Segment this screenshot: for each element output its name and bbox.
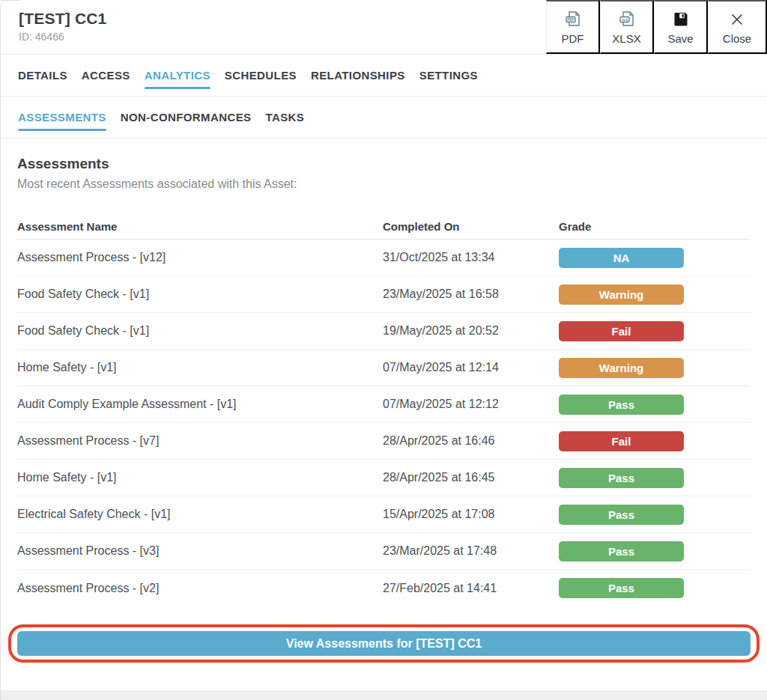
grade-cell: Fail bbox=[559, 431, 751, 451]
tab-relationships[interactable]: RELATIONSHIPS bbox=[311, 55, 405, 96]
save-button[interactable]: Save bbox=[654, 0, 708, 54]
grade-badge: Warning bbox=[559, 358, 684, 378]
close-x-icon bbox=[727, 9, 748, 30]
tab-analytics[interactable]: ANALYTICS bbox=[145, 55, 210, 96]
column-header-grade: Grade bbox=[559, 220, 751, 233]
completed-on-cell: 07/May/2025 at 12:12 bbox=[383, 398, 559, 411]
grade-badge: Fail bbox=[559, 431, 684, 451]
pdf-export-button[interactable]: PDF PDF bbox=[546, 0, 600, 54]
grade-badge: NA bbox=[559, 248, 684, 268]
annotation-highlight-ring: View Assessments for [TEST] CC1 bbox=[8, 624, 760, 663]
table-row: Home Safety - [v1] 28/Apr/2025 at 16:45 … bbox=[17, 460, 751, 496]
asset-modal: [TEST] CC1 ID: 46466 PDF PDF bbox=[0, 0, 767, 700]
assessments-panel: Assessments Most recent Assessments asso… bbox=[1, 156, 767, 606]
grade-cell: Pass bbox=[559, 505, 751, 525]
pdf-file-icon: PDF bbox=[563, 9, 583, 30]
table-row: Assessment Process - [v12] 31/Oct/2025 a… bbox=[17, 240, 751, 276]
grade-badge: Pass bbox=[559, 505, 684, 525]
xlsx-export-button[interactable]: XLS XLSX bbox=[600, 0, 654, 54]
main-tab-bar: DETAILS ACCESS ANALYTICS SCHEDULES RELAT… bbox=[1, 55, 767, 97]
assessment-name-cell: Home Safety - [v1] bbox=[17, 471, 383, 484]
grade-badge: Pass bbox=[559, 541, 684, 561]
completed-on-cell: 28/Apr/2025 at 16:46 bbox=[383, 434, 559, 448]
table-row: Food Safety Check - [v1] 19/May/2025 at … bbox=[17, 313, 751, 350]
tab-settings[interactable]: SETTINGS bbox=[419, 55, 478, 96]
page-title: [TEST] CC1 bbox=[19, 10, 107, 28]
completed-on-cell: 28/Apr/2025 at 16:45 bbox=[383, 471, 559, 484]
grade-cell: Fail bbox=[559, 321, 751, 341]
tab-schedules[interactable]: SCHEDULES bbox=[225, 55, 297, 96]
completed-on-cell: 23/May/2025 at 16:58 bbox=[383, 287, 559, 301]
section-title: Assessments bbox=[17, 156, 751, 172]
completed-on-cell: 23/Mar/2025 at 17:48 bbox=[383, 544, 559, 558]
floppy-disk-icon bbox=[670, 9, 691, 30]
xlsx-file-icon: XLS bbox=[616, 9, 637, 30]
completed-on-cell: 07/May/2025 at 12:14 bbox=[383, 361, 559, 374]
assessment-name-cell: Electrical Safety Check - [v1] bbox=[17, 508, 383, 521]
analytics-subtab-bar: ASSESSMENTS NON-CONFORMANCES TASKS bbox=[1, 97, 767, 139]
completed-on-cell: 15/Apr/2025 at 17:08 bbox=[383, 508, 559, 521]
assessment-name-cell: Assessment Process - [v2] bbox=[17, 582, 383, 595]
asset-id: ID: 46466 bbox=[19, 31, 107, 43]
tab-details[interactable]: DETAILS bbox=[18, 55, 67, 96]
table-row: Home Safety - [v1] 07/May/2025 at 12:14 … bbox=[17, 350, 751, 386]
completed-on-cell: 19/May/2025 at 20:52 bbox=[383, 324, 559, 338]
column-header-assessment-name: Assessment Name bbox=[17, 220, 383, 233]
title-block: [TEST] CC1 ID: 46466 bbox=[1, 0, 107, 54]
grade-badge: Warning bbox=[559, 284, 684, 305]
table-row: Audit Comply Example Assessment - [v1] 0… bbox=[17, 386, 751, 423]
column-header-completed-on: Completed On bbox=[383, 220, 559, 233]
subtab-tasks[interactable]: TASKS bbox=[266, 97, 305, 138]
pdf-button-label: PDF bbox=[562, 32, 584, 45]
grade-badge: Pass bbox=[559, 468, 684, 488]
table-row: Electrical Safety Check - [v1] 15/Apr/20… bbox=[17, 496, 751, 533]
assessment-name-cell: Audit Comply Example Assessment - [v1] bbox=[17, 398, 383, 411]
tab-access[interactable]: ACCESS bbox=[82, 55, 130, 96]
completed-on-cell: 31/Oct/2025 at 13:34 bbox=[383, 251, 559, 264]
assessment-name-cell: Assessment Process - [v3] bbox=[17, 544, 383, 558]
assessment-name-cell: Food Safety Check - [v1] bbox=[17, 324, 383, 338]
view-assessments-button[interactable]: View Assessments for [TEST] CC1 bbox=[17, 631, 751, 656]
assessment-name-cell: Home Safety - [v1] bbox=[17, 361, 383, 374]
subtab-non-conformances[interactable]: NON-CONFORMANCES bbox=[121, 97, 252, 138]
grade-cell: NA bbox=[559, 248, 751, 268]
footer-button-zone: View Assessments for [TEST] CC1 bbox=[1, 624, 767, 663]
svg-text:XLS: XLS bbox=[621, 18, 628, 22]
grade-cell: Pass bbox=[559, 395, 751, 415]
table-row: Assessment Process - [v2] 27/Feb/2025 at… bbox=[17, 570, 751, 606]
assessment-name-cell: Assessment Process - [v7] bbox=[17, 434, 383, 448]
grade-cell: Pass bbox=[559, 578, 751, 598]
close-button-label: Close bbox=[723, 32, 751, 45]
svg-text:PDF: PDF bbox=[567, 18, 574, 22]
assessment-name-cell: Assessment Process - [v12] bbox=[17, 251, 383, 264]
close-button[interactable]: Close bbox=[708, 0, 767, 54]
xlsx-button-label: XLSX bbox=[612, 32, 640, 45]
grade-badge: Pass bbox=[559, 578, 684, 598]
grade-cell: Warning bbox=[559, 284, 751, 305]
page-background-strip bbox=[1, 690, 767, 700]
grade-badge: Fail bbox=[559, 321, 684, 341]
grade-cell: Warning bbox=[559, 358, 751, 378]
grade-badge: Pass bbox=[559, 395, 684, 415]
subtab-assessments[interactable]: ASSESSMENTS bbox=[18, 97, 106, 138]
header-actions: PDF PDF XLS XLSX bbox=[546, 0, 767, 54]
table-row: Assessment Process - [v7] 28/Apr/2025 at… bbox=[17, 423, 751, 460]
assessment-name-cell: Food Safety Check - [v1] bbox=[17, 287, 383, 301]
table-row: Food Safety Check - [v1] 23/May/2025 at … bbox=[17, 276, 751, 313]
table-header-row: Assessment Name Completed On Grade bbox=[17, 214, 751, 240]
assessments-table: Assessment Name Completed On Grade Asses… bbox=[17, 214, 751, 606]
section-subtitle: Most recent Assessments associated with … bbox=[17, 177, 751, 191]
table-body: Assessment Process - [v12] 31/Oct/2025 a… bbox=[17, 240, 751, 606]
modal-header: [TEST] CC1 ID: 46466 PDF PDF bbox=[1, 0, 767, 55]
completed-on-cell: 27/Feb/2025 at 14:41 bbox=[383, 582, 559, 595]
table-row: Assessment Process - [v3] 23/Mar/2025 at… bbox=[17, 533, 751, 570]
grade-cell: Pass bbox=[559, 541, 751, 561]
save-button-label: Save bbox=[667, 32, 693, 45]
grade-cell: Pass bbox=[559, 468, 751, 488]
